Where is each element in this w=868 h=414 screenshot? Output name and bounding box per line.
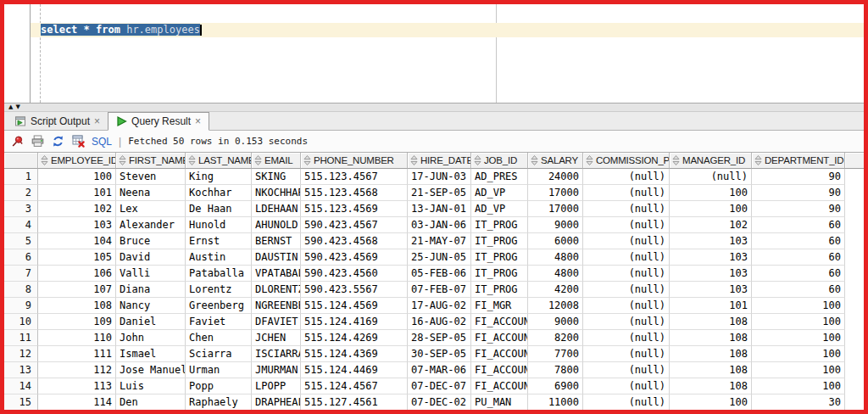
row-number-cell[interactable]: 14 (4, 378, 38, 394)
grid-cell[interactable]: 100 (38, 169, 116, 185)
grid-cell[interactable]: 60 (752, 217, 845, 233)
grid-cell[interactable]: 100 (752, 330, 845, 346)
splitter-collapse-down-icon[interactable]: ▼ (15, 104, 19, 110)
grid-cell[interactable]: 113 (38, 378, 116, 394)
grid-cell[interactable]: 107 (38, 282, 116, 298)
grid-cell[interactable]: JMURMAN (252, 362, 301, 378)
grid-cell[interactable]: 103 (670, 266, 752, 282)
grid-cell[interactable]: 103 (670, 233, 752, 249)
grid-cell[interactable]: 590.423.4569 (301, 249, 408, 266)
grid-cell[interactable]: 60 (752, 249, 845, 266)
grid-cell[interactable]: 11000 (528, 394, 583, 411)
pane-splitter[interactable]: ▲ ▼ (4, 104, 864, 112)
grid-cell[interactable]: 07-DEC-07 (408, 378, 471, 394)
delete-fetch-icon[interactable] (71, 135, 85, 148)
grid-cell[interactable]: 104 (38, 233, 116, 249)
grid-cell[interactable]: FI_MGR (471, 298, 528, 314)
grid-cell[interactable]: Raphaely (186, 394, 252, 411)
grid-cell[interactable]: 100 (670, 201, 752, 217)
grid-cell[interactable]: AHUNOLD (252, 217, 301, 233)
grid-cell[interactable]: (null) (583, 362, 670, 378)
grid-cell[interactable]: 4800 (528, 249, 583, 266)
grid-cell[interactable]: LDEHAAN (252, 201, 301, 217)
grid-cell[interactable]: 21-MAY-07 (408, 233, 471, 249)
grid-cell[interactable]: BERNST (252, 233, 301, 249)
row-number-cell[interactable]: 1 (4, 169, 38, 185)
splitter-collapse-up-icon[interactable]: ▲ (8, 104, 13, 110)
column-header-employee_id[interactable]: EMPLOYEE_ID (38, 153, 116, 169)
grid-cell[interactable]: 101 (38, 185, 116, 201)
grid-cell[interactable]: FI_ACCOUNT (471, 330, 528, 346)
grid-cell[interactable]: Faviet (186, 314, 252, 330)
grid-cell[interactable]: 515.124.4569 (301, 298, 408, 314)
grid-cell[interactable]: 12008 (528, 298, 583, 314)
grid-cell[interactable]: 100 (752, 378, 845, 394)
grid-cell[interactable]: FI_ACCOUNT (471, 314, 528, 330)
row-number-cell[interactable]: 10 (4, 314, 38, 330)
print-icon[interactable] (31, 135, 44, 148)
grid-cell[interactable]: Urman (186, 362, 252, 378)
grid-cell[interactable]: 03-JAN-06 (408, 217, 471, 233)
grid-cell[interactable]: PU_MAN (471, 394, 528, 411)
grid-cell[interactable]: Neena (116, 185, 186, 201)
grid-cell[interactable]: (null) (583, 282, 670, 298)
tab-query-result-close-icon[interactable]: × (195, 116, 201, 126)
sql-editor[interactable]: select * from hr.employees (4, 4, 864, 104)
grid-cell[interactable]: 112 (38, 362, 116, 378)
grid-cell[interactable]: Greenberg (186, 298, 252, 314)
grid-cell[interactable]: 101 (670, 298, 752, 314)
grid-cell[interactable]: (null) (583, 249, 670, 266)
grid-cell[interactable]: Daniel (116, 314, 186, 330)
grid-cell[interactable]: (null) (583, 169, 670, 185)
grid-cell[interactable]: 103 (670, 249, 752, 266)
grid-cell[interactable]: 515.124.4369 (301, 346, 408, 362)
grid-cell[interactable]: Jose Manuel (116, 362, 186, 378)
grid-cell[interactable]: Steven (116, 169, 186, 185)
grid-cell[interactable]: Austin (186, 249, 252, 266)
grid-cell[interactable]: IT_PROG (471, 233, 528, 249)
row-number-cell[interactable]: 12 (4, 346, 38, 362)
row-number-cell[interactable]: 3 (4, 201, 38, 217)
grid-cell[interactable]: Sciarra (186, 346, 252, 362)
grid-cell[interactable]: 108 (38, 298, 116, 314)
grid-cell[interactable]: 17-AUG-02 (408, 298, 471, 314)
grid-cell[interactable]: NGREENBE (252, 298, 301, 314)
grid-cell[interactable]: 515.123.4568 (301, 185, 408, 201)
grid-cell[interactable]: 90 (752, 201, 845, 217)
grid-cell[interactable]: Nancy (116, 298, 186, 314)
grid-cell[interactable]: 100 (752, 362, 845, 378)
grid-cell[interactable]: (null) (583, 266, 670, 282)
row-number-cell[interactable]: 7 (4, 266, 38, 282)
grid-cell[interactable]: 4800 (528, 266, 583, 282)
grid-cell[interactable]: 108 (670, 362, 752, 378)
grid-cell[interactable]: FI_ACCOUNT (471, 362, 528, 378)
row-number-cell[interactable]: 9 (4, 298, 38, 314)
grid-cell[interactable]: 515.127.4561 (301, 394, 408, 411)
grid-cell[interactable]: 9000 (528, 314, 583, 330)
pin-icon[interactable] (10, 135, 24, 148)
grid-cell[interactable]: 106 (38, 266, 116, 282)
grid-cell[interactable]: IT_PROG (471, 266, 528, 282)
row-number-cell[interactable]: 13 (4, 362, 38, 378)
tab-script-output[interactable]: Script Output × (7, 112, 108, 130)
grid-cell[interactable]: Alexander (116, 217, 186, 233)
grid-cell[interactable]: David (116, 249, 186, 266)
grid-cell[interactable]: 100 (670, 394, 752, 411)
grid-cell[interactable]: 21-SEP-05 (408, 185, 471, 201)
grid-cell[interactable]: FI_ACCOUNT (471, 378, 528, 394)
grid-cell[interactable]: (null) (583, 233, 670, 249)
grid-cell[interactable]: 17-JUN-03 (408, 169, 471, 185)
grid-cell[interactable]: (null) (583, 201, 670, 217)
grid-cell[interactable]: (null) (583, 217, 670, 233)
grid-cell[interactable]: (null) (670, 169, 752, 185)
grid-cell[interactable]: Pataballa (186, 266, 252, 282)
grid-cell[interactable]: 108 (670, 378, 752, 394)
row-number-cell[interactable]: 11 (4, 330, 38, 346)
grid-cell[interactable]: 109 (38, 314, 116, 330)
grid-cell[interactable]: SKING (252, 169, 301, 185)
grid-cell[interactable]: IT_PROG (471, 249, 528, 266)
grid-cell[interactable]: 102 (38, 201, 116, 217)
grid-cell[interactable]: (null) (583, 394, 670, 411)
column-header-manager_id[interactable]: MANAGER_ID (670, 153, 752, 169)
grid-cell[interactable]: 17000 (528, 201, 583, 217)
